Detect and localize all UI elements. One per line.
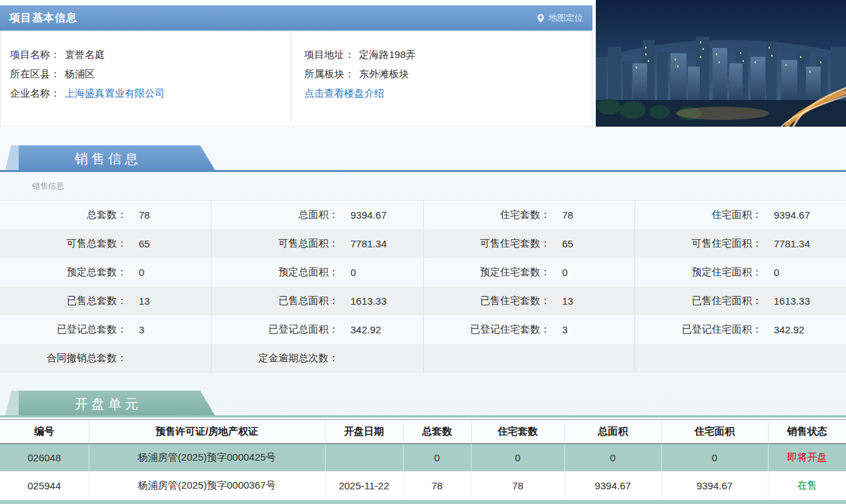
col-header-status: 销售状态 (768, 420, 846, 444)
unit-residential-units-cell: 78 (471, 472, 564, 500)
cell-label: 总面积： (212, 209, 338, 221)
unit-total-units-cell: 78 (403, 472, 471, 500)
unit-id-cell: 025944 (0, 472, 89, 500)
cell-value: 342.92 (762, 324, 805, 335)
cell-value: 65 (550, 238, 574, 249)
sales-info-tab-band: 销售信息 (0, 145, 846, 172)
unit-license-cell: 杨浦房管(2025)预字0000425号 (89, 444, 325, 472)
field-company-name: 企业名称： 上海盛真置业有限公司 (10, 84, 291, 103)
cell-value: 78 (127, 209, 150, 221)
unit-license-cell: 杨浦房管(2025)预字0000367号 (89, 472, 325, 500)
cell-label: 已登记住宅套数： (424, 323, 550, 336)
project-info-right-column: 项目地址： 定海路198弄 所属板块： 东外滩板块 点击查看楼盘介绍 (291, 31, 592, 126)
unit-total-area-cell: 9394.67 (564, 472, 661, 500)
opening-units-table: 编号 预售许可证/房地产权证 开盘日期 总套数 住宅套数 总面积 住宅面积 销售… (0, 419, 846, 500)
col-header-open-date: 开盘日期 (325, 420, 403, 444)
cell-label: 定金逾期总次数： (212, 352, 338, 365)
opening-units-tab: 开盘单元 (19, 391, 216, 417)
cell-value: 1613.33 (762, 295, 810, 307)
unit-row[interactable]: 026048 杨浦房管(2025)预字0000425号 0 0 0 0 即将开盘 (0, 444, 846, 472)
cell-label: 可售住宅套数： (424, 237, 550, 250)
col-header-license: 预售许可证/房地产权证 (89, 420, 325, 444)
map-locate-link[interactable]: 地图定位 (536, 12, 583, 24)
unit-residential-units-cell: 0 (471, 444, 564, 472)
panel-title: 项目基本信息 (9, 11, 77, 25)
cell-value: 7781.34 (762, 238, 810, 249)
cell-value: 65 (127, 238, 150, 249)
cell-label: 总套数： (0, 209, 127, 221)
cell-value: 0 (338, 267, 356, 278)
cell-label: 预定总套数： (0, 266, 127, 279)
project-info-left-column: 项目名称： 寰誉名庭 所在区县： 杨浦区 企业名称： 上海盛真置业有限公司 (1, 31, 291, 126)
unit-row[interactable]: 025944 杨浦房管(2025)预字0000367号 2025-11-22 7… (0, 472, 846, 500)
cell-label: 已售住宅面积： (635, 295, 762, 307)
project-basic-info-panel: 项目基本信息 地图定位 项目名称： 寰誉名庭 所在区县： 杨浦区 (0, 5, 592, 127)
unit-residential-area-cell: 0 (661, 444, 768, 472)
col-header-total-area: 总面积 (564, 420, 661, 444)
company-link[interactable]: 上海盛真置业有限公司 (65, 87, 165, 100)
cell-value: 0 (127, 267, 144, 278)
cell-value: 9394.67 (762, 209, 810, 221)
unit-status-cell: 在售 (768, 472, 846, 500)
table-header-row: 编号 预售许可证/房地产权证 开盘日期 总套数 住宅套数 总面积 住宅面积 销售… (0, 420, 846, 444)
next-row-partial-strip (0, 500, 846, 504)
city-night-illustration (596, 0, 846, 127)
page: 项目基本信息 地图定位 项目名称： 寰誉名庭 所在区县： 杨浦区 (0, 0, 846, 504)
sales-row-registered: 已登记总套数：3 已登记总面积：342.92 已登记住宅套数：3 已登记住宅面积… (0, 315, 846, 344)
sales-row-cancelled: 合同撤销总套数： 定金逾期总次数： (0, 344, 846, 373)
unit-id-cell: 026048 (0, 444, 89, 472)
unit-total-units-cell: 0 (403, 444, 471, 472)
unit-total-area-cell: 0 (564, 444, 661, 472)
cell-value: 13 (550, 295, 574, 307)
cell-value: 342.92 (338, 324, 381, 335)
cell-value: 78 (550, 209, 574, 221)
col-header-residential-area: 住宅面积 (661, 420, 768, 444)
panel-body: 项目名称： 寰誉名庭 所在区县： 杨浦区 企业名称： 上海盛真置业有限公司 (0, 31, 592, 127)
cell-label: 可售住宅面积： (635, 237, 762, 250)
field-project-address: 项目地址： 定海路198弄 (304, 45, 592, 65)
col-header-total-units: 总套数 (403, 420, 471, 444)
unit-open-date-cell (325, 444, 403, 472)
project-photo (596, 0, 846, 127)
cell-label: 可售总面积： (212, 237, 338, 250)
opening-units-section: 开盘单元 编号 预售许可证/房地产权证 开盘日期 总套数 住宅套数 总面积 住宅… (0, 391, 846, 504)
cell-label: 住宅面积： (635, 209, 762, 221)
cell-value: 0 (550, 267, 568, 278)
tab-underline (0, 170, 846, 172)
cell-value: 1613.33 (338, 295, 386, 307)
cell-value: 7781.34 (338, 238, 386, 249)
cell-value: 3 (127, 324, 144, 335)
sales-info-table: 总套数：78 总面积：9394.67 住宅套数：78 住宅面积：9394.67 … (0, 200, 846, 373)
sales-info-section: 销售信息 销售信息 总套数：78 总面积：9394.67 住宅套数：78 住宅面… (0, 145, 846, 373)
panel-header: 项目基本信息 地图定位 (0, 5, 592, 31)
property-intro-link[interactable]: 点击查看楼盘介绍 (304, 87, 384, 100)
cell-label: 住宅套数： (424, 209, 550, 221)
cell-label: 预定住宅面积： (635, 266, 762, 279)
tab-underline (0, 415, 846, 417)
sales-info-subtitle: 销售信息 (0, 172, 846, 200)
cell-value: 3 (550, 324, 568, 335)
cell-label: 已登记住宅面积： (635, 323, 762, 336)
opening-units-tab-band: 开盘单元 (0, 391, 846, 417)
unit-open-date-cell: 2025-11-22 (325, 472, 403, 500)
cell-label: 合同撤销总套数： (0, 352, 127, 365)
cell-value: 0 (762, 267, 779, 278)
cell-label: 已售住宅套数： (424, 295, 550, 307)
col-header-residential-units: 住宅套数 (471, 420, 564, 444)
cell-label: 预定总面积： (212, 266, 338, 279)
cell-label: 可售总套数： (0, 237, 127, 250)
cell-label: 预定住宅套数： (424, 266, 550, 279)
sales-row-sold: 已售总套数：13 已售总面积：1613.33 已售住宅套数：13 已售住宅面积：… (0, 287, 846, 315)
sales-row-reserved: 预定总套数：0 预定总面积：0 预定住宅套数：0 预定住宅面积：0 (0, 258, 846, 287)
sales-info-tab: 销售信息 (19, 145, 216, 172)
cell-label: 已售总套数： (0, 295, 127, 307)
field-district: 所在区县： 杨浦区 (10, 65, 291, 84)
cell-value: 13 (127, 295, 150, 307)
cell-value: 9394.67 (338, 209, 386, 221)
sales-row-total: 总套数：78 总面积：9394.67 住宅套数：78 住宅面积：9394.67 (0, 201, 846, 229)
top-section: 项目基本信息 地图定位 项目名称： 寰誉名庭 所在区县： 杨浦区 (0, 0, 846, 127)
cell-label: 已登记总套数： (0, 323, 127, 336)
field-intro-link: 点击查看楼盘介绍 (304, 84, 592, 103)
field-project-name: 项目名称： 寰誉名庭 (10, 45, 291, 65)
unit-residential-area-cell: 9394.67 (661, 472, 768, 500)
